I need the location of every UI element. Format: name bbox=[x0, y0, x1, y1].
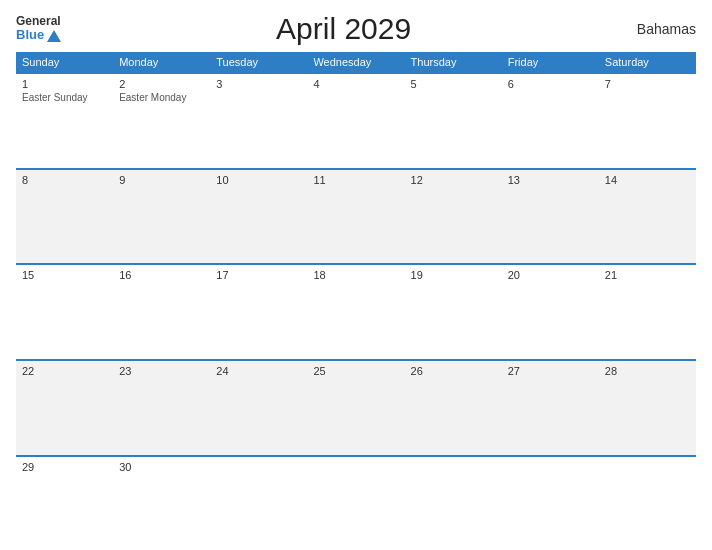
table-row: 18 bbox=[307, 264, 404, 360]
table-row: 28 bbox=[599, 360, 696, 456]
day-number: 6 bbox=[508, 78, 593, 90]
table-row: 4 bbox=[307, 73, 404, 169]
table-row: 23 bbox=[113, 360, 210, 456]
day-number: 10 bbox=[216, 174, 301, 186]
day-number: 20 bbox=[508, 269, 593, 281]
header-tuesday: Tuesday bbox=[210, 52, 307, 73]
day-number: 23 bbox=[119, 365, 204, 377]
table-row: 27 bbox=[502, 360, 599, 456]
day-number: 5 bbox=[411, 78, 496, 90]
table-row: 22 bbox=[16, 360, 113, 456]
calendar-page: General Blue April 2029 Bahamas Sunday M… bbox=[0, 0, 712, 550]
table-row: 21 bbox=[599, 264, 696, 360]
day-number: 24 bbox=[216, 365, 301, 377]
day-number: 26 bbox=[411, 365, 496, 377]
table-row bbox=[599, 456, 696, 538]
header: General Blue April 2029 Bahamas bbox=[16, 12, 696, 46]
header-wednesday: Wednesday bbox=[307, 52, 404, 73]
table-row: 10 bbox=[210, 169, 307, 265]
table-row: 11 bbox=[307, 169, 404, 265]
table-row: 7 bbox=[599, 73, 696, 169]
table-row: 2Easter Monday bbox=[113, 73, 210, 169]
calendar-header-row: Sunday Monday Tuesday Wednesday Thursday… bbox=[16, 52, 696, 73]
table-row: 25 bbox=[307, 360, 404, 456]
calendar-week-row: 891011121314 bbox=[16, 169, 696, 265]
day-number: 13 bbox=[508, 174, 593, 186]
day-number: 11 bbox=[313, 174, 398, 186]
table-row bbox=[307, 456, 404, 538]
day-number: 4 bbox=[313, 78, 398, 90]
calendar-week-row: 15161718192021 bbox=[16, 264, 696, 360]
day-number: 8 bbox=[22, 174, 107, 186]
calendar-title: April 2029 bbox=[61, 12, 626, 46]
day-number: 9 bbox=[119, 174, 204, 186]
table-row bbox=[502, 456, 599, 538]
table-row: 1Easter Sunday bbox=[16, 73, 113, 169]
day-number: 29 bbox=[22, 461, 107, 473]
day-number: 16 bbox=[119, 269, 204, 281]
day-number: 3 bbox=[216, 78, 301, 90]
header-thursday: Thursday bbox=[405, 52, 502, 73]
table-row bbox=[405, 456, 502, 538]
calendar-week-row: 22232425262728 bbox=[16, 360, 696, 456]
header-friday: Friday bbox=[502, 52, 599, 73]
day-number: 2 bbox=[119, 78, 204, 90]
calendar-week-row: 2930 bbox=[16, 456, 696, 538]
header-monday: Monday bbox=[113, 52, 210, 73]
table-row: 24 bbox=[210, 360, 307, 456]
day-number: 18 bbox=[313, 269, 398, 281]
logo-blue-text: Blue bbox=[16, 28, 44, 42]
table-row: 12 bbox=[405, 169, 502, 265]
table-row: 3 bbox=[210, 73, 307, 169]
table-row: 6 bbox=[502, 73, 599, 169]
table-row: 5 bbox=[405, 73, 502, 169]
day-number: 30 bbox=[119, 461, 204, 473]
day-number: 22 bbox=[22, 365, 107, 377]
header-sunday: Sunday bbox=[16, 52, 113, 73]
day-number: 21 bbox=[605, 269, 690, 281]
country-label: Bahamas bbox=[626, 21, 696, 37]
day-number: 19 bbox=[411, 269, 496, 281]
day-number: 7 bbox=[605, 78, 690, 90]
table-row: 26 bbox=[405, 360, 502, 456]
day-number: 17 bbox=[216, 269, 301, 281]
holiday-name: Easter Sunday bbox=[22, 92, 107, 103]
table-row: 17 bbox=[210, 264, 307, 360]
day-number: 1 bbox=[22, 78, 107, 90]
table-row: 16 bbox=[113, 264, 210, 360]
table-row bbox=[210, 456, 307, 538]
table-row: 20 bbox=[502, 264, 599, 360]
table-row: 14 bbox=[599, 169, 696, 265]
day-number: 28 bbox=[605, 365, 690, 377]
logo: General Blue bbox=[16, 15, 61, 42]
holiday-name: Easter Monday bbox=[119, 92, 204, 103]
table-row: 15 bbox=[16, 264, 113, 360]
table-row: 9 bbox=[113, 169, 210, 265]
header-saturday: Saturday bbox=[599, 52, 696, 73]
logo-triangle-icon bbox=[47, 30, 61, 42]
day-number: 14 bbox=[605, 174, 690, 186]
table-row: 29 bbox=[16, 456, 113, 538]
calendar-table: Sunday Monday Tuesday Wednesday Thursday… bbox=[16, 52, 696, 538]
calendar-week-row: 1Easter Sunday2Easter Monday34567 bbox=[16, 73, 696, 169]
logo-blue-row: Blue bbox=[16, 28, 61, 42]
day-number: 25 bbox=[313, 365, 398, 377]
day-number: 27 bbox=[508, 365, 593, 377]
table-row: 8 bbox=[16, 169, 113, 265]
day-number: 15 bbox=[22, 269, 107, 281]
day-number: 12 bbox=[411, 174, 496, 186]
table-row: 19 bbox=[405, 264, 502, 360]
table-row: 13 bbox=[502, 169, 599, 265]
table-row: 30 bbox=[113, 456, 210, 538]
